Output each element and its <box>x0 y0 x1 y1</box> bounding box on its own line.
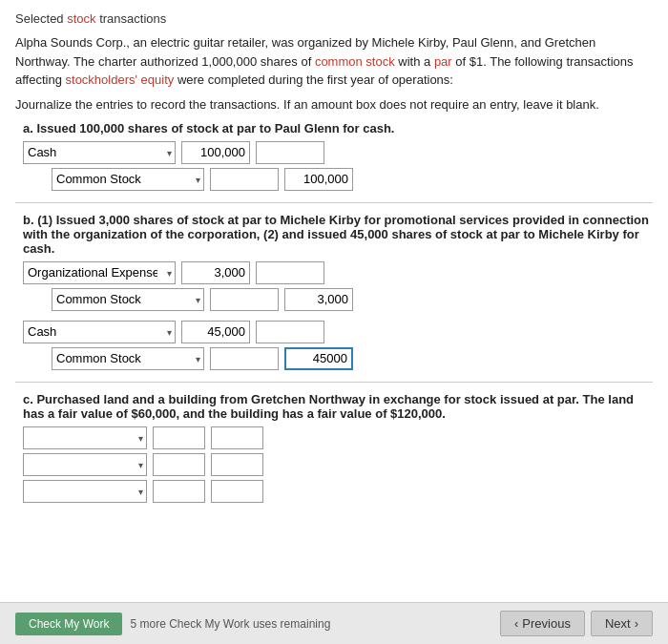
section-c-row-1 <box>23 426 653 449</box>
remaining-text: 5 more Check My Work uses remaining <box>130 617 330 631</box>
debit-input-b1r2[interactable] <box>210 288 279 311</box>
account-select-c3[interactable] <box>23 480 147 503</box>
debit-input-a1[interactable] <box>181 141 250 164</box>
debit-input-b2r1[interactable] <box>181 321 250 343</box>
credit-input-a2[interactable] <box>284 168 353 191</box>
section-c-row-2 <box>23 453 653 476</box>
section-b-part2: Cash Common Stock <box>23 321 653 370</box>
account-select-a1[interactable]: Cash <box>23 141 176 164</box>
page: Selected stock transactions Alpha Sounds… <box>0 0 668 644</box>
debit-input-b1r1[interactable] <box>181 261 250 284</box>
section-a: a. Issued 100,000 shares of stock at par… <box>15 121 653 191</box>
previous-button[interactable]: ‹ Previous <box>500 611 585 636</box>
stockholders-highlight: stockholders' equity <box>66 73 175 87</box>
bottom-bar: Check My Work 5 more Check My Work uses … <box>0 602 668 644</box>
common-stock-highlight: common stock <box>315 54 395 69</box>
section-c-row-3 <box>23 480 653 503</box>
next-button[interactable]: Next › <box>591 611 653 636</box>
previous-label: Previous <box>522 616 571 631</box>
section-c-rows <box>23 426 653 503</box>
divider-bc <box>15 382 653 383</box>
check-area: Check My Work 5 more Check My Work uses … <box>15 613 330 635</box>
nav-area: ‹ Previous Next › <box>500 611 653 636</box>
debit-input-c1[interactable] <box>153 426 205 449</box>
check-my-work-button[interactable]: Check My Work <box>15 613 122 635</box>
section-b-part1: Organizational Expenses Common Stock <box>23 261 653 311</box>
instruction-text: Journalize the entries to record the tra… <box>15 97 653 112</box>
debit-input-c3[interactable] <box>153 480 205 503</box>
section-c-label: c. Purchased land and a building from Gr… <box>23 392 653 421</box>
chevron-right-icon: › <box>635 616 638 631</box>
account-select-wrapper-b2r2[interactable]: Common Stock <box>52 347 204 370</box>
account-select-wrapper-b2r1[interactable]: Cash <box>23 321 176 343</box>
account-select-wrapper-a1[interactable]: Cash <box>23 141 176 164</box>
credit-input-b2r2[interactable] <box>284 347 353 370</box>
debit-input-a2[interactable] <box>210 168 279 191</box>
account-select-wrapper-c3[interactable] <box>23 480 147 503</box>
section-a-row-2: Common Stock <box>23 168 653 191</box>
stock-highlight: stock <box>67 11 95 26</box>
account-select-wrapper-b1r2[interactable]: Common Stock <box>52 288 204 311</box>
account-select-c2[interactable] <box>23 453 147 476</box>
section-b1-row-2: Common Stock <box>23 288 653 311</box>
section-b: b. (1) Issued 3,000 shares of stock at p… <box>15 213 653 370</box>
section-a-label: a. Issued 100,000 shares of stock at par… <box>23 121 653 135</box>
credit-input-b1r1[interactable] <box>256 261 324 284</box>
credit-input-c2[interactable] <box>211 453 263 476</box>
credit-input-a1[interactable] <box>256 141 324 164</box>
section-c: c. Purchased land and a building from Gr… <box>15 392 653 503</box>
account-select-a2[interactable]: Common Stock <box>52 168 204 191</box>
account-select-b1r1[interactable]: Organizational Expenses <box>23 261 176 284</box>
account-select-b1r2[interactable]: Common Stock <box>52 288 204 311</box>
header-line: Selected stock transactions <box>15 11 653 26</box>
account-select-wrapper-c2[interactable] <box>23 453 147 476</box>
chevron-left-icon: ‹ <box>514 616 518 631</box>
account-select-b2r2[interactable]: Common Stock <box>52 347 204 370</box>
account-select-b2r1[interactable]: Cash <box>23 321 176 343</box>
description: Alpha Sounds Corp., an electric guitar r… <box>15 33 653 90</box>
credit-input-c3[interactable] <box>211 480 263 503</box>
account-select-wrapper-a2[interactable]: Common Stock <box>52 168 204 191</box>
section-b2-row-2: Common Stock <box>23 347 653 370</box>
credit-input-c1[interactable] <box>211 426 263 449</box>
section-b2-row-1: Cash <box>23 321 653 343</box>
account-select-wrapper-c1[interactable] <box>23 426 147 449</box>
debit-input-c2[interactable] <box>153 453 205 476</box>
next-label: Next <box>605 616 631 631</box>
account-select-c1[interactable] <box>23 426 147 449</box>
par-highlight: par <box>434 54 452 69</box>
debit-input-b2r2[interactable] <box>210 347 279 370</box>
credit-input-b2r1[interactable] <box>256 321 324 343</box>
credit-input-b1r2[interactable] <box>284 288 353 311</box>
section-a-row-1: Cash <box>23 141 653 164</box>
divider-ab <box>15 202 653 203</box>
account-select-wrapper-b1r1[interactable]: Organizational Expenses <box>23 261 176 284</box>
section-b1-row-1: Organizational Expenses <box>23 261 653 284</box>
section-b-label: b. (1) Issued 3,000 shares of stock at p… <box>23 213 653 256</box>
